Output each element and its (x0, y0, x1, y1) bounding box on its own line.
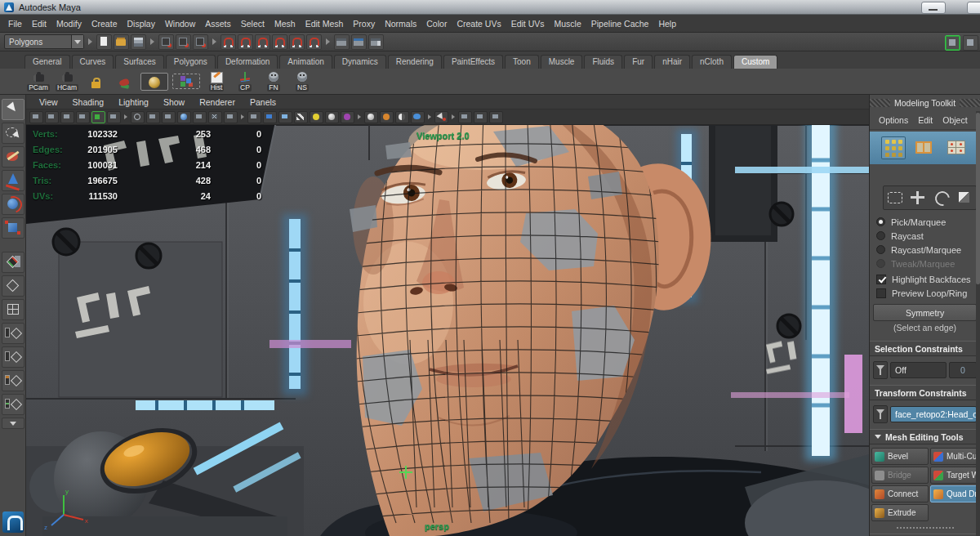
constraint-count-field[interactable]: 0 (949, 362, 977, 378)
group-collapse-icon[interactable] (452, 114, 455, 119)
preview-loop-ring-checkbox[interactable]: Preview Loop/Ring (870, 286, 980, 300)
radio-pick-marquee[interactable]: Pick/Marquee (870, 215, 980, 229)
xray-mode-icon[interactable] (208, 111, 222, 123)
tkmenu-item-edit[interactable]: Edit (914, 115, 937, 125)
menu-item-modify[interactable]: Modify (51, 19, 87, 29)
title-bar[interactable]: Autodesk Maya (0, 0, 980, 15)
ipr-render-icon[interactable] (351, 34, 367, 50)
drag-handle-icon[interactable] (870, 99, 890, 107)
shelf-tab-curves[interactable]: Curves (72, 55, 114, 69)
target-weld-button[interactable]: Target W (930, 467, 980, 484)
default-material-icon[interactable] (247, 111, 261, 123)
extrude-button[interactable]: Extrude (871, 504, 929, 521)
pmenu-item-show[interactable]: Show (157, 97, 191, 107)
menu-item-color[interactable]: Color (421, 19, 452, 29)
transform-constraint-dropdown[interactable]: face_retopo2:Head_only1:Me (890, 406, 977, 422)
scale-tool-icon[interactable] (2, 217, 24, 239)
wireframe-mode-icon[interactable] (131, 111, 145, 123)
menu-item-normals[interactable]: Normals (380, 19, 421, 29)
snap-point-icon[interactable] (255, 34, 270, 50)
group-collapse-icon[interactable] (124, 114, 127, 119)
textured-mode-icon[interactable] (224, 111, 238, 123)
four-pane-layout-button[interactable] (2, 299, 24, 320)
shaded-cube-icon[interactable] (263, 111, 277, 123)
persp-graph-layout-button[interactable] (2, 346, 24, 368)
selection-constraints-section[interactable]: Selection Constraints (870, 341, 980, 356)
snap-grid-icon[interactable] (220, 34, 236, 50)
persp-outliner-layout-button[interactable] (2, 323, 24, 344)
drag-handle-icon[interactable] (960, 99, 980, 107)
camera-lock-icon[interactable] (45, 111, 59, 123)
new-scene-icon[interactable] (96, 34, 112, 50)
menu-item-file[interactable]: File (3, 19, 27, 29)
shelf-tab-fluids[interactable]: Fluids (584, 55, 622, 69)
menu-item-window[interactable]: Window (160, 19, 200, 29)
grease-frames-icon[interactable] (107, 111, 121, 123)
shelf-item-ns[interactable]: NS (290, 71, 314, 92)
shelf-tab-custom[interactable]: Custom (733, 55, 777, 69)
connect-button[interactable]: Connect (871, 485, 929, 502)
menu-item-mesh[interactable]: Mesh (270, 19, 301, 29)
group-collapse-icon[interactable] (428, 114, 431, 119)
checker-material-icon[interactable] (294, 111, 308, 123)
grease-pencil-icon[interactable] (91, 111, 105, 123)
move-tool-icon[interactable] (2, 170, 24, 191)
shelf-tab-deformation[interactable]: Deformation (217, 55, 278, 69)
shelf-item-cp[interactable]: CP (233, 71, 257, 92)
shelf-tab-rendering[interactable]: Rendering (388, 55, 442, 69)
menu-item-help[interactable]: Help (653, 19, 681, 29)
group-collapse-icon[interactable] (212, 38, 216, 45)
soft-blue-icon[interactable] (411, 111, 425, 123)
pmenu-item-shading[interactable]: Shading (66, 97, 111, 107)
toolkit-header[interactable]: Modeling Toolkit (870, 95, 980, 111)
isolate-select-icon[interactable] (434, 111, 448, 123)
xray-cube-icon[interactable] (458, 111, 472, 123)
bounding-box-mode-icon[interactable] (162, 111, 176, 123)
mesh-editing-tools-section[interactable]: Mesh Editing Tools (870, 429, 980, 444)
multi-cut-button[interactable]: Multi-Cu (930, 448, 980, 465)
shelf-tab-toon[interactable]: Toon (505, 55, 539, 69)
shelf-tab-general[interactable]: General (24, 55, 70, 69)
menu-item-muscle[interactable]: Muscle (550, 19, 586, 29)
view-cube-icon[interactable] (76, 111, 90, 123)
layout-menu-arrow-button[interactable] (2, 418, 24, 429)
render-view-icon[interactable] (334, 34, 350, 50)
grid-plane-icon[interactable] (474, 111, 488, 123)
symmetry-button[interactable]: Symmetry (873, 304, 977, 321)
pmenu-item-panels[interactable]: Panels (243, 97, 283, 107)
menu-item-create-uvs[interactable]: Create UVs (452, 19, 506, 29)
shelf-tab-dynamics[interactable]: Dynamics (334, 55, 386, 69)
toolkit-toggle-icon[interactable] (945, 35, 960, 51)
open-scene-icon[interactable] (114, 34, 129, 50)
share-view-icon[interactable] (489, 111, 503, 123)
constraint-filter-icon[interactable] (873, 361, 888, 379)
menu-set-selector[interactable]: Polygons (4, 34, 84, 49)
transform-constraints-section[interactable]: Transform Constraints (870, 385, 980, 400)
vertex-mode-button[interactable] (881, 136, 906, 159)
pmenu-item-view[interactable]: View (33, 97, 65, 107)
single-pane-layout-button[interactable] (2, 275, 24, 297)
white-sphere-icon[interactable] (364, 111, 378, 123)
shelf-tab-polygons[interactable]: Polygons (166, 55, 216, 69)
quick-layout-thumb-button[interactable] (2, 252, 24, 273)
quad-draw-button[interactable]: Quad Dr (930, 485, 980, 502)
persp-curve-layout-button[interactable] (2, 394, 24, 415)
snap-plane-icon[interactable] (289, 34, 305, 50)
orange-sphere-icon[interactable] (380, 111, 394, 123)
smooth-shade-mode-icon[interactable] (177, 111, 191, 123)
select-component-icon[interactable] (193, 34, 208, 50)
pmenu-item-renderer[interactable]: Renderer (193, 97, 242, 107)
edge-mode-button[interactable] (912, 136, 937, 159)
constraint-filter-icon[interactable] (873, 405, 888, 423)
menu-item-assets[interactable]: Assets (200, 19, 236, 29)
textured-cube-icon[interactable] (278, 111, 292, 123)
rotate-tool-icon[interactable] (2, 194, 24, 215)
paint-select-tool-icon[interactable] (2, 146, 24, 168)
bevel-button[interactable]: Bevel (871, 448, 929, 465)
light-purple-icon[interactable] (341, 111, 354, 123)
light-yellow-icon[interactable] (310, 111, 323, 123)
shelf-item-hist[interactable]: Hist (204, 71, 229, 92)
scrollbar-thumb[interactable] (976, 113, 980, 284)
light-gray-icon[interactable] (325, 111, 339, 123)
select-hierarchy-icon[interactable] (158, 34, 174, 50)
